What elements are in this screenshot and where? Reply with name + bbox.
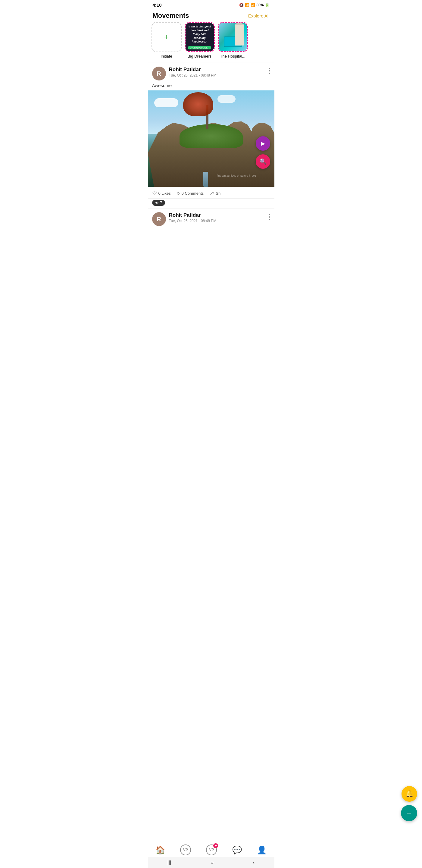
post-user-info-1: Rohit Patidar Tue, Oct 26, 2021 - 08:48 … <box>169 67 269 78</box>
movement-label-big-dreamers: Big Dreamers <box>188 54 212 59</box>
post-image-1: find amt a Piece of Nature © 201 ▶ 🔍 <box>148 90 274 187</box>
ep-badge: EVERYDAYPOWER <box>188 46 211 50</box>
like-button[interactable]: ♡ 0 Likes <box>152 190 171 196</box>
video-icon: ▶ <box>261 140 265 147</box>
movements-row: + Initiate "I am in charge of how I feel… <box>148 22 274 62</box>
search-icon: 🔍 <box>260 158 266 165</box>
movement-label-initiate: Initiate <box>161 54 172 59</box>
post-date-2: Tue, Oct 26, 2021 - 08:48 PM <box>169 219 270 223</box>
post-user-info-2: Rohit Patidar Tue, Oct 26, 2021 - 08:48 … <box>169 212 270 223</box>
post-username-2[interactable]: Rohit Patidar <box>169 212 270 218</box>
add-movement-icon: + <box>164 32 169 42</box>
movement-label-hospital: The Hospital... <box>220 54 246 59</box>
post-actions-1: ♡ 0 Likes ○ 0 Comments ↗ Sh <box>148 187 274 198</box>
movement-thumb-initiate[interactable]: + <box>152 22 182 52</box>
post-header-1: R Rohit Patidar Tue, Oct 26, 2021 - 08:4… <box>148 64 274 82</box>
movement-thumb-big-dreamers[interactable]: "I am in charge of how I feel and today … <box>185 22 215 52</box>
grass-decoration <box>180 124 243 148</box>
movement-item-hospital[interactable]: The Hospital... <box>218 22 248 59</box>
share-button[interactable]: ↗ Sh <box>209 190 221 196</box>
post-date-1: Tue, Oct 26, 2021 - 08:48 PM <box>169 73 269 78</box>
movement-item-initiate[interactable]: + Initiate <box>152 22 182 59</box>
avatar-1[interactable]: R <box>152 67 166 81</box>
battery-icon: 🔋 <box>265 3 269 7</box>
comments-count: 0 Comments <box>182 191 204 195</box>
movement-thumb-hospital[interactable] <box>218 22 248 52</box>
signal-icon: 📶 <box>251 3 255 7</box>
menu-dot <box>269 219 270 220</box>
avatar-2[interactable]: R <box>152 212 166 226</box>
share-label: Sh <box>216 191 221 195</box>
comment-button[interactable]: ○ 0 Comments <box>177 190 204 196</box>
post-caption-1: Awesome <box>148 82 274 90</box>
fab-video-button[interactable]: ▶ <box>256 136 270 151</box>
mute-icon: 🔇 <box>239 3 244 7</box>
views-badge: 👁 7 <box>152 200 165 206</box>
comment-icon: ○ <box>177 190 180 196</box>
status-time: 4:10 <box>153 2 162 7</box>
views-count: 7 <box>160 201 162 205</box>
movement-item-big-dreamers[interactable]: "I am in charge of how I feel and today … <box>185 22 215 59</box>
menu-dot <box>269 214 270 215</box>
big-dreamers-quote: "I am in charge of how I feel and today … <box>188 25 212 44</box>
eye-icon: 👁 <box>155 201 159 205</box>
cloud-decoration-1 <box>154 98 178 107</box>
tree-foliage-decoration <box>183 92 213 116</box>
heart-icon: ♡ <box>152 190 157 196</box>
status-bar: 4:10 🔇 📶 📶 80% 🔋 <box>148 0 274 9</box>
post-username-1[interactable]: Rohit Patidar <box>169 67 269 73</box>
share-icon: ↗ <box>209 190 214 196</box>
explore-all-button[interactable]: Explore All <box>248 13 269 19</box>
post-card-2: R Rohit Patidar Tue, Oct 26, 2021 - 08:4… <box>148 208 274 228</box>
fab-search-button[interactable]: 🔍 <box>256 154 270 169</box>
battery-text: 80% <box>256 3 264 7</box>
wifi-icon: 📶 <box>245 3 250 7</box>
movements-header: Movements Explore All <box>148 9 274 22</box>
post-card-1: R Rohit Patidar Tue, Oct 26, 2021 - 08:4… <box>148 62 274 208</box>
likes-count: 0 Likes <box>158 191 171 195</box>
cloud-decoration-2 <box>218 95 235 103</box>
hospital-building-decoration <box>235 24 244 45</box>
waterfall-decoration <box>203 172 208 187</box>
post-menu-1[interactable] <box>269 67 270 75</box>
post-menu-2[interactable] <box>269 213 270 221</box>
watermark: find amt a Piece of Nature © 201 <box>217 174 256 178</box>
menu-dot <box>269 68 270 69</box>
menu-dot <box>269 70 270 71</box>
menu-dot <box>269 73 270 74</box>
menu-dot <box>269 216 270 218</box>
status-icons: 🔇 📶 📶 80% 🔋 <box>239 3 269 7</box>
movements-title: Movements <box>153 12 189 20</box>
